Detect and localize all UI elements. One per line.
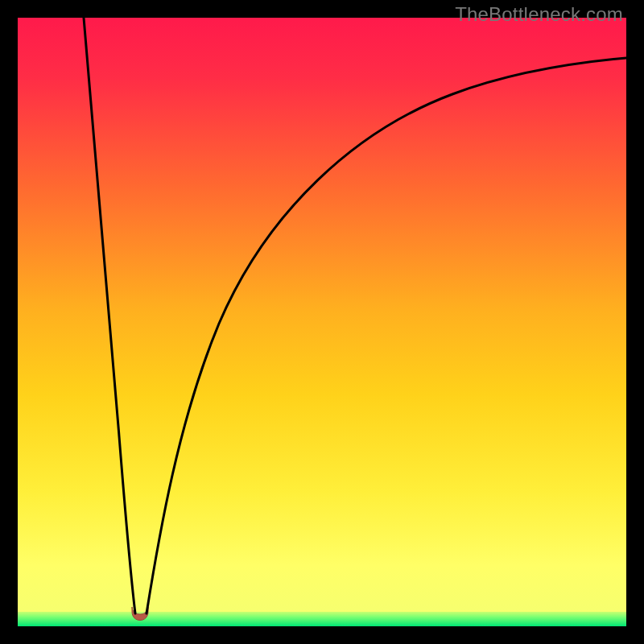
plot-area (18, 18, 626, 626)
watermark-text: TheBottleneck.com (455, 3, 623, 26)
green-baseline-band (18, 612, 626, 626)
plot-svg (18, 18, 626, 626)
chart-frame: TheBottleneck.com (0, 0, 644, 644)
